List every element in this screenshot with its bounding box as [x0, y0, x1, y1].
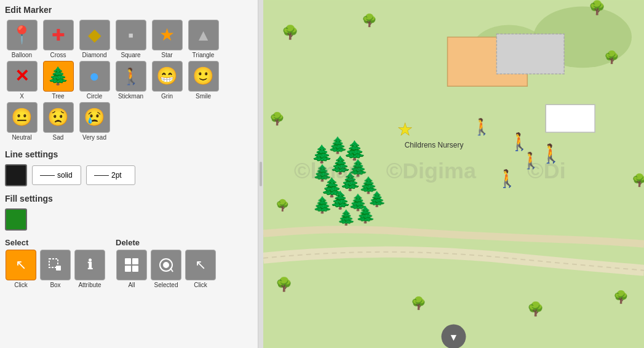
very-sad-button[interactable]: 😢: [79, 102, 110, 133]
svg-text:▼: ▼: [449, 332, 459, 342]
line-color-swatch[interactable]: [5, 164, 27, 186]
diamond-button[interactable]: ◆: [79, 20, 110, 50]
svg-text:🌳: 🌳: [276, 276, 293, 293]
svg-text:🌳: 🌳: [589, 0, 606, 16]
circle-button[interactable]: ●: [79, 61, 110, 92]
svg-rect-3: [132, 258, 138, 264]
panel-divider[interactable]: [258, 0, 263, 348]
all-delete-btn: All: [116, 250, 148, 288]
map-svg: 🌲 🌲 🌲 🌲 🌲 🌲 🌲 🌲 🌲 🌲 🌲 🌲 🌲 🌲 🌲 🌳 🌳 🌳 🌳 🌳 …: [263, 0, 644, 348]
star-label: Star: [161, 52, 172, 58]
svg-rect-15: [496, 34, 564, 74]
map-panel[interactable]: 🌲 🌲 🌲 🌲 🌲 🌲 🌲 🌲 🌲 🌲 🌲 🌲 🌲 🌲 🌲 🌳 🌳 🌳 🌳 🌳 …: [263, 0, 644, 348]
click-select-btn: ↖ Click: [5, 250, 37, 288]
svg-text:🌲: 🌲: [356, 205, 376, 224]
fill-settings-title: Fill settings: [5, 194, 253, 204]
line-style-dash: ——: [40, 171, 55, 180]
line-width-button[interactable]: —— 2pt: [86, 165, 135, 185]
fill-color-swatch[interactable]: [5, 208, 27, 231]
tree-button[interactable]: 🌲: [43, 61, 74, 92]
click-delete-label: Click: [194, 282, 207, 288]
marker-item-star: ★ Star: [150, 20, 184, 58]
line-style-label: solid: [57, 171, 73, 180]
svg-text:🌳: 🌳: [632, 173, 644, 188]
edit-marker-panel: Edit Marker 📍 Balloon ✚ Cross ◆ Diamond …: [0, 0, 258, 348]
svg-text:🌳: 🌳: [613, 290, 629, 304]
svg-text:🌳: 🌳: [276, 199, 290, 212]
all-delete-label: All: [128, 282, 135, 288]
select-section: Select ↖ Click Box ℹ: [5, 238, 106, 288]
attribute-select-btn: ℹ Attribute: [74, 250, 106, 288]
marker-item-triangle: ▲ Triangle: [186, 20, 220, 58]
neutral-button[interactable]: 😐: [7, 102, 38, 133]
attribute-select-label: Attribute: [78, 282, 101, 288]
marker-item-diamond: ◆ Diamond: [78, 20, 111, 58]
line-style-button[interactable]: —— solid: [32, 165, 81, 185]
select-label: Select: [5, 238, 106, 247]
marker-item-smile: 🙂 Smile: [186, 61, 220, 100]
line-width-label: 2pt: [111, 171, 122, 180]
smile-button[interactable]: 🙂: [188, 61, 219, 92]
delete-section: Delete All: [116, 238, 217, 288]
marker-grid: 📍 Balloon ✚ Cross ◆ Diamond ▪ Square ★ S…: [5, 20, 253, 141]
marker-item-grin: 😁 Grin: [150, 61, 184, 100]
svg-text:©Digima: ©Digima: [386, 158, 477, 183]
marker-item-neutral: 😐 Neutral: [5, 102, 39, 141]
neutral-label: Neutral: [12, 134, 31, 141]
box-select-btn: Box: [39, 250, 71, 288]
svg-text:★: ★: [397, 120, 413, 139]
line-settings-row: —— solid —— 2pt: [5, 164, 253, 186]
cross-label: Cross: [50, 52, 66, 58]
line-settings-section: Line settings —— solid —— 2pt: [5, 149, 253, 186]
delete-buttons: All Selected ↖ Click: [116, 250, 217, 288]
click-delete-btn: ↖ Click: [185, 250, 217, 288]
balloon-button[interactable]: 📍: [7, 20, 38, 50]
grin-button[interactable]: 😁: [152, 61, 183, 92]
smile-label: Smile: [196, 93, 211, 100]
x-label: X: [20, 93, 24, 100]
tree-label: Tree: [52, 93, 64, 100]
triangle-label: Triangle: [193, 52, 215, 58]
svg-text:🌲: 🌲: [368, 190, 386, 208]
svg-point-9: [163, 262, 169, 268]
divider-handle: [260, 162, 262, 186]
cross-button[interactable]: ✚: [43, 20, 74, 50]
diamond-label: Diamond: [82, 52, 106, 58]
line-width-dash: ——: [94, 171, 109, 180]
marker-item-x: ✕ X: [5, 61, 39, 100]
click-select-inner[interactable]: ↖: [6, 250, 36, 280]
svg-rect-4: [125, 266, 131, 272]
marker-item-balloon: 📍 Balloon: [5, 20, 39, 58]
marker-item-very-sad: 😢 Very sad: [78, 102, 111, 141]
balloon-label: Balloon: [12, 52, 32, 58]
sad-button[interactable]: 😟: [43, 102, 74, 133]
grin-label: Grin: [161, 93, 173, 100]
marker-item-cross: ✚ Cross: [41, 20, 75, 58]
delete-label: Delete: [116, 238, 217, 247]
selected-delete-label: Selected: [154, 282, 178, 288]
nursery-label: Childrens Nursery: [405, 141, 464, 149]
select-buttons: ↖ Click Box ℹ Attribute: [5, 250, 106, 288]
svg-rect-1: [56, 266, 61, 271]
svg-text:©Di: ©Di: [527, 158, 565, 183]
svg-text:🌲: 🌲: [337, 208, 356, 226]
all-delete-inner[interactable]: [116, 250, 147, 280]
svg-text:🌳: 🌳: [527, 301, 544, 317]
click-select-label: Click: [14, 282, 28, 288]
panel-title: Edit Marker: [5, 5, 253, 15]
svg-rect-5: [132, 266, 138, 272]
marker-item-tree: 🌲 Tree: [41, 61, 75, 100]
very-sad-label: Very sad: [82, 134, 106, 141]
svg-text:🌳: 🌳: [411, 296, 426, 310]
box-select-inner[interactable]: [40, 250, 71, 280]
triangle-button[interactable]: ▲: [188, 20, 219, 50]
svg-text:🌳: 🌳: [269, 111, 285, 126]
stickman-button[interactable]: 🚶: [116, 61, 146, 92]
selected-delete-inner[interactable]: [151, 250, 181, 280]
marker-item-sad: 😟 Sad: [41, 102, 75, 141]
attribute-select-inner[interactable]: ℹ: [74, 250, 105, 280]
star-button[interactable]: ★: [152, 20, 183, 50]
square-button[interactable]: ▪: [116, 20, 146, 50]
x-button[interactable]: ✕: [7, 61, 38, 92]
click-delete-inner[interactable]: ↖: [185, 250, 216, 280]
